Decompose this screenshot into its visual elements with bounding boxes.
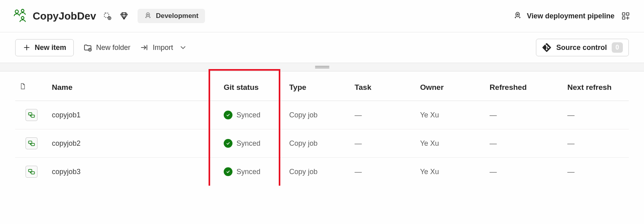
col-header-name[interactable]: Name xyxy=(48,71,220,101)
table-row[interactable]: copyjob3 Synced Copy job — Ye Xu — — xyxy=(15,158,629,186)
git-status-cell: Synced xyxy=(220,101,285,129)
item-name-cell[interactable]: copyjob1 xyxy=(48,101,220,129)
git-status-text: Synced xyxy=(236,168,260,176)
svg-rect-22 xyxy=(31,115,34,117)
owner-cell: Ye Xu xyxy=(416,158,485,186)
view-pipeline-label: View deployment pipeline xyxy=(527,12,614,20)
svg-rect-25 xyxy=(29,169,32,172)
import-button[interactable]: Import xyxy=(140,43,187,52)
source-control-label: Source control xyxy=(556,44,607,52)
next-refresh-cell: — xyxy=(563,129,629,158)
svg-point-1 xyxy=(21,9,24,12)
owner-cell: Ye Xu xyxy=(416,101,485,129)
import-label: Import xyxy=(153,44,173,52)
resize-grip-bar[interactable] xyxy=(0,63,644,71)
app-switcher-button[interactable] xyxy=(620,10,631,22)
svg-point-8 xyxy=(517,14,518,15)
type-cell: Copy job xyxy=(285,158,351,186)
item-type-icon-cell xyxy=(15,129,48,158)
svg-point-0 xyxy=(15,10,18,13)
refreshed-cell: — xyxy=(486,101,563,129)
chevron-down-icon xyxy=(179,43,187,52)
type-cell: Copy job xyxy=(285,129,351,158)
svg-rect-11 xyxy=(622,17,625,19)
source-control-button[interactable]: Source control 0 xyxy=(536,39,629,56)
synced-check-icon xyxy=(224,139,232,148)
git-status-cell: Synced xyxy=(220,158,285,186)
new-item-label: New item xyxy=(35,44,66,52)
svg-point-2 xyxy=(21,16,24,19)
grip-icon xyxy=(315,66,329,68)
svg-rect-24 xyxy=(31,143,34,146)
workspace-title: CopyJobDev xyxy=(33,10,96,22)
synced-check-icon xyxy=(224,167,232,176)
task-cell: — xyxy=(351,101,416,129)
stage-label: Development xyxy=(156,12,199,20)
view-pipeline-button[interactable]: View deployment pipeline xyxy=(513,12,614,20)
header-right: View deployment pipeline xyxy=(513,10,631,22)
col-header-refreshed[interactable]: Refreshed xyxy=(486,71,563,101)
git-status-cell: Synced xyxy=(220,129,285,158)
synced-check-icon xyxy=(224,111,232,119)
refreshed-cell: — xyxy=(486,158,563,186)
premium-diamond-icon[interactable] xyxy=(118,10,130,22)
git-icon xyxy=(542,43,551,52)
refreshed-cell: — xyxy=(486,129,563,158)
new-folder-button[interactable]: New folder xyxy=(83,43,130,52)
item-name-cell[interactable]: copyjob2 xyxy=(48,129,220,158)
col-header-owner[interactable]: Owner xyxy=(416,71,485,101)
col-header-next-refresh[interactable]: Next refresh xyxy=(563,71,629,101)
copy-job-icon xyxy=(26,109,37,121)
col-header-git-status[interactable]: Git status xyxy=(220,71,285,101)
workspace-icon xyxy=(13,8,27,24)
deployment-stage-pill[interactable]: Development xyxy=(138,9,205,23)
col-header-type[interactable]: Type xyxy=(285,71,351,101)
task-cell: — xyxy=(351,158,416,186)
new-folder-label: New folder xyxy=(96,44,130,52)
item-table: Name Git status Type Task Owner Refreshe… xyxy=(15,71,629,186)
item-type-icon-cell xyxy=(15,101,48,129)
source-control-count-badge: 0 xyxy=(612,42,623,53)
next-refresh-cell: — xyxy=(563,158,629,186)
col-header-icon xyxy=(15,71,48,101)
next-refresh-cell: — xyxy=(563,101,629,129)
svg-rect-10 xyxy=(626,13,629,15)
file-icon xyxy=(19,84,26,92)
copy-job-icon xyxy=(26,166,37,178)
table-row[interactable]: copyjob1 Synced Copy job — Ye Xu — — xyxy=(15,101,629,129)
svg-rect-23 xyxy=(29,141,32,143)
type-cell: Copy job xyxy=(285,101,351,129)
workspace-header: CopyJobDev Development xyxy=(0,0,644,32)
col-header-task[interactable]: Task xyxy=(351,71,416,101)
new-item-button[interactable]: New item xyxy=(15,39,74,56)
item-table-wrap: Name Git status Type Task Owner Refreshe… xyxy=(0,71,644,186)
header-left: CopyJobDev Development xyxy=(13,8,513,24)
svg-rect-26 xyxy=(31,172,34,174)
table-row[interactable]: copyjob2 Synced Copy job — Ye Xu — — xyxy=(15,129,629,158)
svg-rect-21 xyxy=(29,113,32,115)
item-name-cell[interactable]: copyjob3 xyxy=(48,158,220,186)
owner-cell: Ye Xu xyxy=(416,129,485,158)
copy-job-icon xyxy=(26,137,37,149)
svg-rect-9 xyxy=(622,13,625,15)
git-status-text: Synced xyxy=(236,111,260,119)
svg-point-7 xyxy=(147,14,148,15)
git-status-text: Synced xyxy=(236,139,260,148)
toolbar: New item New folder Import Source contro… xyxy=(0,32,644,63)
svg-rect-3 xyxy=(104,13,109,18)
item-type-icon-cell xyxy=(15,158,48,186)
table-header-row: Name Git status Type Task Owner Refreshe… xyxy=(15,71,629,101)
create-task-flow-button[interactable] xyxy=(102,10,113,22)
task-cell: — xyxy=(351,129,416,158)
